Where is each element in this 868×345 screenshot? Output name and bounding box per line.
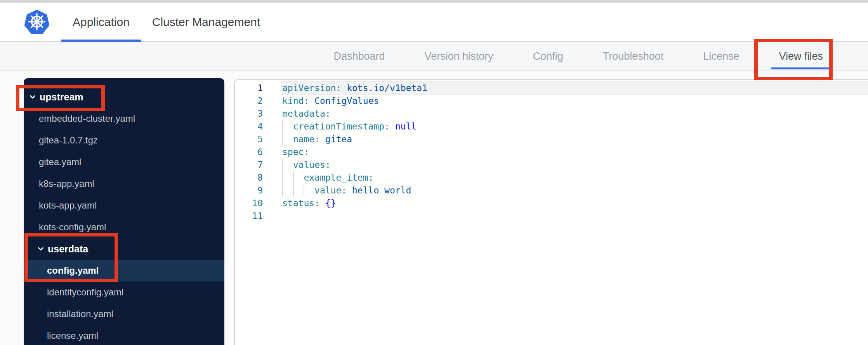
tree-file-installation[interactable]: installation.yaml [24,303,224,325]
yaml-value: gitea [320,133,352,146]
indent-guide [282,184,293,197]
chevron-down-icon [28,93,37,101]
yaml-key: status: [282,197,320,210]
indent-guide [293,171,304,184]
top-bar: Application Cluster Management [0,3,868,42]
nav-tab-dashboard[interactable]: Dashboard [326,42,393,71]
code-line[interactable]: 1 apiVersion: kots.io/v1beta1 [235,82,868,95]
window-chrome-strip [0,0,868,3]
tree-file-label: k8s-app.yaml [39,178,94,189]
nav-tab-view-files-label: View files [779,50,823,62]
tree-file-label: installation.yaml [47,309,113,319]
tab-application-label: Application [73,16,130,29]
nav-tab-view-files[interactable]: View files [771,42,831,71]
line-number: 3 [235,107,263,120]
yaml-key: spec: [282,146,309,159]
yaml-key: kind: [282,95,309,107]
tree-file-label: embedded-cluster.yaml [39,113,135,124]
code-line[interactable]: 5 name: gitea [235,133,868,146]
yaml-key: values: [293,159,331,171]
tree-file-label: gitea.yaml [39,157,81,167]
line-number: 10 [235,197,263,210]
indent-guide [282,133,293,146]
tree-file-label: kots-config.yaml [39,222,106,233]
nav-tab-version-history[interactable]: Version history [417,42,501,71]
nav-tab-license-label: License [703,50,739,62]
file-content-panel: 1 apiVersion: kots.io/v1beta1 2 kind: Co… [234,79,868,345]
yaml-value: null [390,120,417,133]
yaml-value: ConfigValues [309,95,379,107]
nav-tab-config-label: Config [533,50,563,62]
yaml-key: apiVersion: [282,82,341,95]
nav-tab-troubleshoot[interactable]: Troubleshoot [595,42,672,71]
line-number: 1 [235,82,263,95]
indent-guide [282,159,293,171]
indent-guide [304,184,314,197]
indent-guide [293,184,304,197]
tree-folder-upstream[interactable]: upstream [24,86,224,108]
tree-folder-label: userdata [48,243,88,255]
nav-tab-troubleshoot-label: Troubleshoot [603,50,664,62]
tree-folder-label: upstream [40,91,83,103]
tree-file-identityconfig[interactable]: identityconfig.yaml [24,281,224,303]
code-line[interactable]: 7 values: [235,159,868,171]
tab-cluster-management[interactable]: Cluster Management [141,3,271,41]
line-number: 2 [235,95,263,107]
code-line[interactable]: 6 spec: [235,146,868,159]
yaml-key: value: [314,184,347,197]
code-line[interactable]: 2 kind: ConfigValues [235,95,868,107]
indent-guide [282,120,293,133]
yaml-value: kots.io/v1beta1 [341,82,427,95]
yaml-key: example_item: [304,171,373,184]
line-number: 5 [235,133,263,146]
tree-file-label: kots-app.yaml [39,200,97,211]
yaml-editor[interactable]: 1 apiVersion: kots.io/v1beta1 2 kind: Co… [235,82,868,223]
code-line[interactable]: 10 status: {} [235,197,868,210]
tree-file-gitea-tgz[interactable]: gitea-1.0.7.tgz [24,129,224,151]
yaml-key: metadata: [282,107,331,120]
tree-file-gitea-yaml[interactable]: gitea.yaml [24,151,224,173]
file-tree-sidebar: upstream embedded-cluster.yaml gitea-1.0… [24,78,224,345]
nav-tab-license[interactable]: License [695,42,747,71]
tree-file-k8s-app[interactable]: k8s-app.yaml [24,173,224,195]
chevron-down-icon [36,245,45,253]
code-line[interactable]: 4 creationTimestamp: null [235,120,868,133]
yaml-value: hello world [347,184,411,197]
line-number: 8 [235,171,263,184]
line-number: 9 [235,184,263,197]
tab-application[interactable]: Application [61,3,141,41]
code-line[interactable]: 11 [235,210,868,223]
tree-file-embedded-cluster[interactable]: embedded-cluster.yaml [24,108,224,129]
line-number: 7 [235,159,263,171]
kubernetes-logo-icon [24,9,50,35]
app-nav-bar: Dashboard Version history Config Trouble… [0,42,868,71]
yaml-key: name: [293,133,320,146]
tree-file-kots-app[interactable]: kots-app.yaml [24,195,224,216]
nav-tab-version-history-label: Version history [425,50,493,62]
line-number: 6 [235,146,263,159]
nav-tab-config[interactable]: Config [525,42,571,71]
tree-file-label: gitea-1.0.7.tgz [39,135,98,146]
tree-file-config-yaml-selected[interactable]: config.yaml [24,260,224,281]
tree-file-label: config.yaml [47,265,99,276]
tree-folder-userdata[interactable]: userdata [24,238,224,260]
primary-tabs: Application Cluster Management [61,3,271,41]
tree-file-kots-config[interactable]: kots-config.yaml [24,216,224,238]
code-line[interactable]: 3 metadata: [235,107,868,120]
tree-file-label: license.yaml [47,330,98,341]
line-number: 11 [235,210,263,223]
line-number: 4 [235,120,263,133]
yaml-key: creationTimestamp: [293,120,390,133]
tab-cluster-management-label: Cluster Management [152,16,260,29]
code-line[interactable]: 9 value: hello world [235,184,868,197]
code-line[interactable]: 8 example_item: [235,171,868,184]
tree-file-license[interactable]: license.yaml [24,325,224,345]
tree-file-label: identityconfig.yaml [47,287,123,298]
indent-guide [282,171,293,184]
yaml-value: {} [320,197,336,210]
nav-tab-dashboard-label: Dashboard [334,50,385,62]
